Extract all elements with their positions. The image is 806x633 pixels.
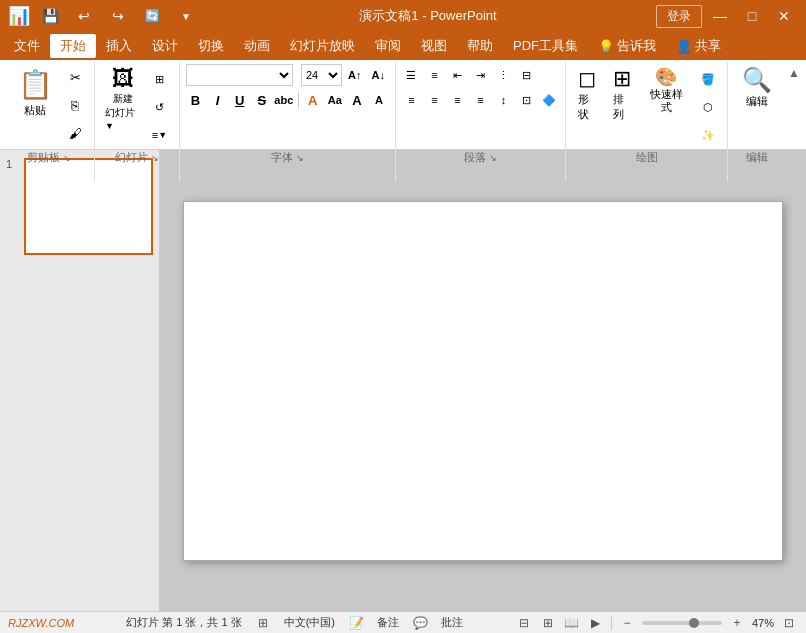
reading-view-btn[interactable]: 📖 [563,614,581,632]
zoom-in-btn[interactable]: + [728,614,746,632]
redo-btn[interactable]: ↪ [104,2,132,30]
editing-label: 编辑 [746,148,768,167]
quick-styles-label: 快速样式 [648,88,686,114]
menu-share[interactable]: 👤共享 [666,34,731,58]
menu-file[interactable]: 文件 [4,34,50,58]
shape-fill-btn[interactable]: 🪣 [695,66,721,92]
increase-font-btn[interactable]: A↑ [344,64,365,86]
menu-insert[interactable]: 插入 [96,34,142,58]
notes-icon[interactable]: 📝 [347,614,365,632]
shadow-button[interactable]: abc [274,89,294,111]
menu-help[interactable]: 帮助 [457,34,503,58]
numbered-list-btn[interactable]: ≡ [423,64,445,86]
decrease-font-btn[interactable]: A↓ [368,64,389,86]
section-button[interactable]: ≡ ▼ [147,122,173,148]
zoom-level: 47% [752,617,774,629]
paste-icon: 📋 [18,68,53,101]
title-bar-left: 📊 💾 ↩ ↪ 🔄 ▼ [8,2,200,30]
paste-button[interactable]: 📋 粘贴 [10,64,60,122]
text-direction-btn[interactable]: ↕ [492,89,514,111]
underline-button[interactable]: U [230,89,250,111]
slide-canvas[interactable] [183,201,783,561]
increase-indent-btn[interactable]: ⇥ [469,64,491,86]
zoom-out-btn[interactable]: − [618,614,636,632]
canvas-area [160,150,806,611]
collapse-icon[interactable]: ▲ [788,66,800,80]
main-area: 1 [0,150,806,611]
zoom-slider[interactable] [642,621,722,625]
menu-transitions[interactable]: 切换 [188,34,234,58]
minimize-btn[interactable]: — [706,2,734,30]
arrange-button[interactable]: ⊞ 排列 [607,64,638,124]
menu-tell-me[interactable]: 💡告诉我 [588,34,666,58]
slideshow-btn[interactable]: ▶ [587,614,605,632]
font-color-btn[interactable]: A [303,89,323,111]
close-btn[interactable]: ✕ [770,2,798,30]
bullet-list-btn[interactable]: ☰ [400,64,422,86]
restore-btn[interactable]: □ [738,2,766,30]
align-right-btn[interactable]: ≡ [446,89,468,111]
refresh-btn[interactable]: 🔄 [138,2,166,30]
align-center-btn[interactable]: ≡ [423,89,445,111]
shape-button[interactable]: ◻ 形状 [572,64,603,124]
para-expand-icon[interactable]: ↘ [489,153,497,163]
login-button[interactable]: 登录 [656,5,702,28]
font-size-select[interactable]: 24 [301,64,342,86]
menu-design[interactable]: 设计 [142,34,188,58]
find-icon: 🔍 [742,66,772,94]
copy-button[interactable]: ⎘ [62,92,88,118]
font-size-btns[interactable]: A [369,89,389,111]
format-painter-button[interactable]: 🖌 [62,120,88,146]
menu-review[interactable]: 审阅 [365,34,411,58]
comments-icon[interactable]: 💬 [411,614,429,632]
smartart2-btn[interactable]: 🔷 [538,89,560,111]
quick-styles-button[interactable]: 🎨 快速样式 [642,64,692,116]
customize-btn[interactable]: ▼ [172,2,200,30]
columns-btn[interactable]: ⊟ [515,64,537,86]
reset-slide-button[interactable]: ↺ [147,94,173,120]
slide-info: 幻灯片 第 1 张，共 1 张 [126,615,242,630]
cut-button[interactable]: ✂ [62,64,88,90]
quick-save[interactable]: 💾 [36,2,64,30]
ribbon-group-drawing: ◻ 形状 ⊞ 排列 🎨 快速样式 🪣 ⬡ ✨ 绘图 [566,62,728,181]
slide-sorter-btn[interactable]: ⊞ [539,614,557,632]
slides-expand-icon[interactable]: ↘ [151,153,159,163]
status-bar: RJZXW.COM 幻灯片 第 1 张，共 1 张 ⊞ 中文(中国) 📝 备注 … [0,611,806,633]
bold-button[interactable]: B [186,89,206,111]
find-button[interactable]: 🔍 编辑 [734,64,780,111]
font-case-btn[interactable]: Aa [325,89,345,111]
shape-effects-btn[interactable]: ✨ [695,122,721,148]
status-center: 幻灯片 第 1 张，共 1 张 ⊞ 中文(中国) 📝 备注 💬 批注 [126,614,463,632]
align-text-btn[interactable]: ⊡ [515,89,537,111]
clipboard-expand-icon[interactable]: ↘ [63,153,71,163]
menu-home[interactable]: 开始 [50,34,96,58]
char-spacing-btn[interactable]: A [347,89,367,111]
paste-group: 📋 粘贴 ✂ ⎘ 🖌 [10,64,88,146]
clipboard-buttons: 📋 粘贴 ✂ ⎘ 🖌 [10,64,88,148]
fit-icon[interactable]: ⊞ [254,614,272,632]
menu-pdf[interactable]: PDF工具集 [503,34,588,58]
language-text: 中文(中国) [284,615,335,630]
font-expand-icon[interactable]: ↘ [296,153,304,163]
menu-view[interactable]: 视图 [411,34,457,58]
shape-outline-btn[interactable]: ⬡ [695,94,721,120]
smartart-btn[interactable]: ⋮ [492,64,514,86]
normal-view-btn[interactable]: ⊟ [515,614,533,632]
drawing-controls: ◻ 形状 ⊞ 排列 🎨 快速样式 🪣 ⬡ ✨ [572,64,721,148]
align-left-btn[interactable]: ≡ [400,89,422,111]
ribbon-group-editing: 🔍 编辑 编辑 [728,62,786,181]
italic-button[interactable]: I [208,89,228,111]
menu-slideshow[interactable]: 幻灯片放映 [280,34,365,58]
fit-to-window-btn[interactable]: ⊡ [780,614,798,632]
decrease-indent-btn[interactable]: ⇤ [446,64,468,86]
undo-btn[interactable]: ↩ [70,2,98,30]
new-slide-label2: 幻灯片 ▼ [105,106,141,131]
font-divider [298,91,299,109]
layout-button[interactable]: ⊞ [147,66,173,92]
menu-animations[interactable]: 动画 [234,34,280,58]
font-name-select[interactable] [186,64,294,86]
new-slide-button[interactable]: 🖼 新建 幻灯片 ▼ [101,64,145,148]
status-right: ⊟ ⊞ 📖 ▶ − + 47% ⊡ [515,614,798,632]
justify-btn[interactable]: ≡ [469,89,491,111]
strikethrough-button[interactable]: S [252,89,272,111]
